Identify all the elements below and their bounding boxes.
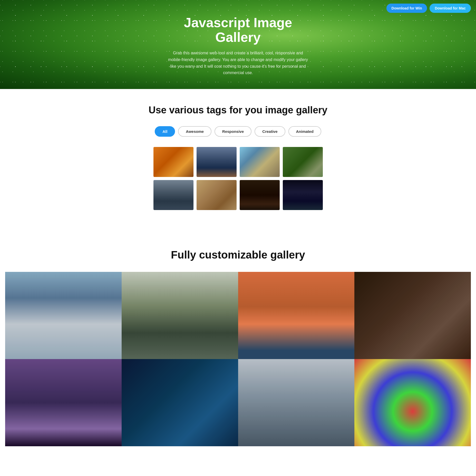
gallery-grid [148,147,328,210]
gallery-item-7[interactable] [240,180,280,210]
custom-section: Fully customizable gallery [0,233,476,446]
gallery-item-8[interactable] [283,180,323,210]
tags-title: Use various tags for you image gallery [5,104,471,116]
filter-buttons: All Awesome Responsive Creative Animated [5,126,471,137]
fw-gallery-item-1[interactable] [5,272,122,359]
fw-gallery-item-7[interactable] [238,359,355,446]
hero-section: Download for Win Download for Mac Javasc… [0,0,476,89]
download-win-button[interactable]: Download for Win [386,4,427,13]
fullwidth-gallery [5,272,471,447]
filter-btn-animated[interactable]: Animated [288,126,321,137]
custom-section-title: Fully customizable gallery [5,249,471,261]
gallery-item-4[interactable] [283,147,323,177]
tags-section: Use various tags for you image gallery A… [0,89,476,233]
fw-gallery-item-8[interactable] [354,359,471,446]
fw-gallery-item-3[interactable] [238,272,355,359]
gallery-item-2[interactable] [197,147,237,177]
hero-title: Javascript Image Gallery [166,15,310,45]
fw-gallery-item-2[interactable] [122,272,238,359]
hero-description: Grab this awesome web-tool and create a … [166,50,310,76]
filter-btn-responsive[interactable]: Responsive [215,126,251,137]
gallery-item-3[interactable] [240,147,280,177]
download-mac-button[interactable]: Download for Mac [430,4,471,13]
fw-gallery-item-6[interactable] [122,359,238,446]
filter-btn-creative[interactable]: Creative [255,126,285,137]
gallery-item-5[interactable] [153,180,193,210]
hero-buttons: Download for Win Download for Mac [386,4,471,13]
fw-gallery-item-4[interactable] [354,272,471,359]
filter-btn-all[interactable]: All [155,126,175,137]
gallery-item-1[interactable] [153,147,193,177]
gallery-item-6[interactable] [197,180,237,210]
filter-btn-awesome[interactable]: Awesome [178,126,211,137]
hero-content: Javascript Image Gallery Grab this aweso… [166,15,310,76]
fw-gallery-item-5[interactable] [5,359,122,446]
